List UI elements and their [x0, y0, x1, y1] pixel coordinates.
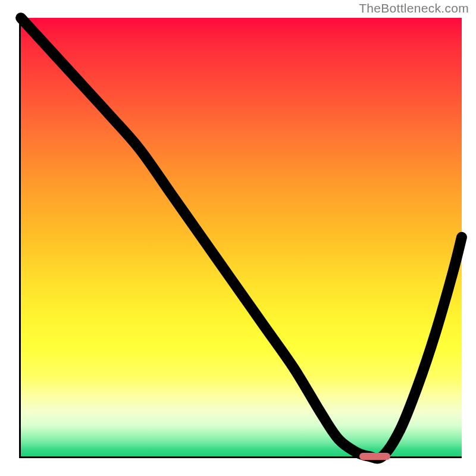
plot-area — [19, 18, 462, 458]
watermark-text: TheBottleneck.com — [359, 1, 469, 15]
bottleneck-curve — [21, 18, 462, 456]
optimum-marker — [359, 453, 390, 460]
chart-stage: TheBottleneck.com — [0, 0, 476, 476]
